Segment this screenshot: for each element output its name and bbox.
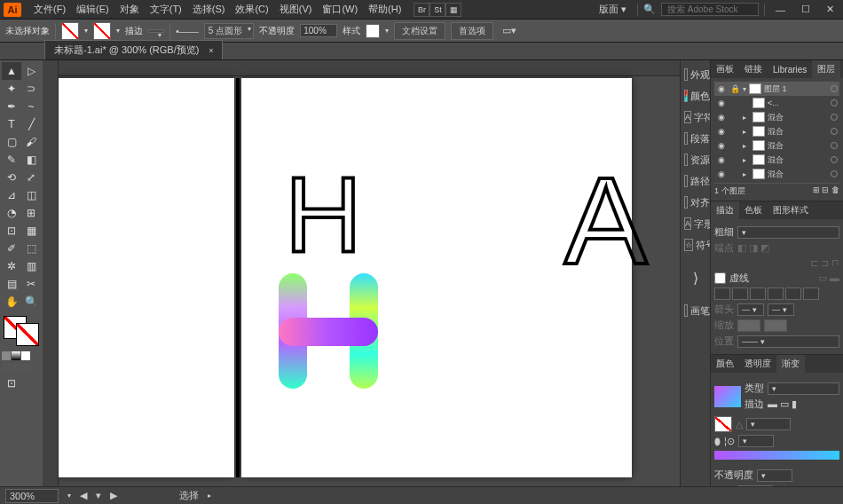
magic-wand-tool[interactable]: ✦	[2, 80, 21, 98]
screen-mode-tool[interactable]: ⊡	[2, 374, 21, 392]
color-mode[interactable]	[2, 351, 11, 360]
stroke-swatch[interactable]	[93, 22, 111, 40]
chevron-down-icon[interactable]: ▾	[84, 27, 88, 35]
chevron-right-icon[interactable]: ▸	[743, 142, 750, 150]
dock-align[interactable]: 对齐	[681, 192, 710, 213]
chevron-right-icon[interactable]: ▸	[743, 114, 750, 122]
brush-dropdown[interactable]: 5 点圆形	[204, 23, 254, 39]
weight-input[interactable]	[737, 226, 839, 239]
dash-align[interactable]: ▭ ▬	[818, 272, 839, 284]
tab-artboards[interactable]: 画板	[711, 60, 739, 78]
target-icon[interactable]	[831, 128, 838, 135]
fill-stroke-well[interactable]	[2, 314, 41, 348]
chevron-right-icon[interactable]: ▸	[743, 156, 750, 164]
outline-letter-a[interactable]: A	[564, 149, 647, 293]
lasso-tool[interactable]: ⊃	[21, 80, 41, 98]
target-icon[interactable]	[831, 156, 838, 163]
dock-color[interactable]: 颜色	[681, 85, 710, 106]
brush-tool[interactable]: 🖌	[21, 133, 41, 151]
status-chevron-icon[interactable]: ▸	[208, 492, 211, 500]
dock-brushes[interactable]: 画笔	[681, 300, 710, 321]
prefs-button[interactable]: 首选项	[451, 22, 493, 40]
gap-2[interactable]	[768, 287, 784, 300]
scale-end[interactable]	[764, 319, 787, 332]
tab-links[interactable]: 链接	[739, 60, 768, 78]
dash-2[interactable]	[750, 287, 766, 300]
line-tool[interactable]: ╱	[21, 115, 41, 133]
gradient-slider[interactable]	[714, 451, 839, 460]
layer-item[interactable]: ◉▸混合	[714, 110, 839, 124]
dash-checkbox[interactable]	[714, 272, 726, 284]
visibility-icon[interactable]: ◉	[716, 127, 727, 136]
maximize-icon[interactable]: ☐	[796, 4, 815, 15]
layer-item[interactable]: ◉▸混合	[714, 167, 839, 181]
tab-layers[interactable]: 图层	[812, 60, 840, 78]
close-tab-icon[interactable]: ×	[209, 46, 213, 55]
dock-assets[interactable]: 资源	[681, 149, 710, 170]
menu-object[interactable]: 对象	[114, 3, 145, 16]
shape-builder-tool[interactable]: ◔	[2, 204, 21, 222]
chevron-down-icon[interactable]: ▾	[743, 85, 746, 93]
menu-edit[interactable]: 编辑(E)	[71, 3, 114, 16]
tab-stroke[interactable]: 描边	[711, 201, 739, 219]
close-icon[interactable]: ✕	[821, 4, 839, 15]
dock-pathfinder[interactable]: 路径	[681, 170, 710, 192]
visibility-icon[interactable]: ◉	[716, 98, 727, 107]
eyedropper-tool[interactable]: ✐	[2, 240, 21, 257]
visibility-icon[interactable]: ◉	[716, 84, 727, 93]
dock-reveal[interactable]: ⟩	[681, 256, 710, 300]
search-input[interactable]	[661, 3, 759, 16]
gradient-blend-h[interactable]	[279, 273, 378, 389]
document-tab[interactable]: 未标题-1.ai* @ 300% (RGB/预览) ×	[44, 40, 223, 59]
chevron-down-icon[interactable]: ▾	[116, 27, 120, 35]
menu-file[interactable]: 文件(F)	[28, 3, 71, 16]
menu-effect[interactable]: 效果(C)	[230, 3, 273, 16]
outline-letter-h[interactable]: H	[285, 154, 362, 276]
layer-item[interactable]: ◉▸混合	[714, 124, 839, 138]
curvature-tool[interactable]: ~	[21, 98, 41, 115]
slice-tool[interactable]: ✂	[21, 275, 41, 293]
target-icon[interactable]	[831, 170, 838, 177]
blend-tool[interactable]: ⬚	[21, 240, 41, 257]
minimize-icon[interactable]: —	[770, 4, 791, 15]
dash-3[interactable]	[785, 287, 801, 300]
dash-1[interactable]	[714, 287, 730, 300]
gap-3[interactable]	[803, 287, 819, 300]
stop-location[interactable]	[737, 485, 773, 487]
gradient-preview[interactable]	[714, 386, 741, 407]
hand-tool[interactable]: ✋	[2, 293, 21, 311]
scale-tool[interactable]: ⤢	[21, 169, 41, 186]
none-swatch[interactable]	[714, 416, 732, 432]
draw-normal[interactable]	[2, 364, 11, 373]
pen-tool[interactable]: ✒	[2, 98, 21, 115]
free-transform-tool[interactable]: ◫	[21, 186, 41, 204]
menu-type[interactable]: 文字(T)	[145, 3, 187, 16]
symbol-sprayer-tool[interactable]: ✲	[2, 257, 21, 275]
zoom-input[interactable]	[5, 489, 59, 503]
gradient-mode[interactable]	[12, 351, 20, 360]
width-tool[interactable]: ⊿	[2, 186, 21, 204]
zoom-tool[interactable]: 🔍	[21, 293, 41, 311]
gap-1[interactable]	[732, 287, 748, 300]
menu-help[interactable]: 帮助(H)	[363, 3, 406, 16]
arrow-end[interactable]: —	[768, 303, 794, 316]
dock-paragraph[interactable]: 段落	[681, 128, 710, 149]
scale-start[interactable]	[737, 319, 760, 332]
type-select[interactable]	[768, 382, 839, 395]
stroke-grad-buttons[interactable]: ▬ ▭ ▮	[768, 398, 797, 410]
layer-item[interactable]: ◉<...	[714, 96, 839, 110]
arrange-icon[interactable]: ▦	[445, 3, 461, 17]
target-icon[interactable]	[831, 142, 838, 149]
arrow-start[interactable]: —	[737, 303, 764, 316]
layer-parent[interactable]: ◉🔒▾图层 1	[714, 82, 839, 96]
visibility-icon[interactable]: ◉	[716, 141, 727, 150]
mesh-tool[interactable]: ⊡	[2, 222, 21, 240]
target-icon[interactable]	[831, 114, 838, 121]
menu-window[interactable]: 窗口(W)	[317, 3, 363, 16]
dock-shape[interactable]: A字形	[681, 213, 710, 234]
tab-graphic-styles[interactable]: 图形样式	[768, 201, 814, 219]
align-icon[interactable]: ▭▾	[502, 25, 516, 36]
draw-behind[interactable]	[12, 364, 20, 373]
selection-tool[interactable]: ▲	[2, 62, 21, 80]
chevron-right-icon[interactable]: ▸	[743, 170, 750, 178]
